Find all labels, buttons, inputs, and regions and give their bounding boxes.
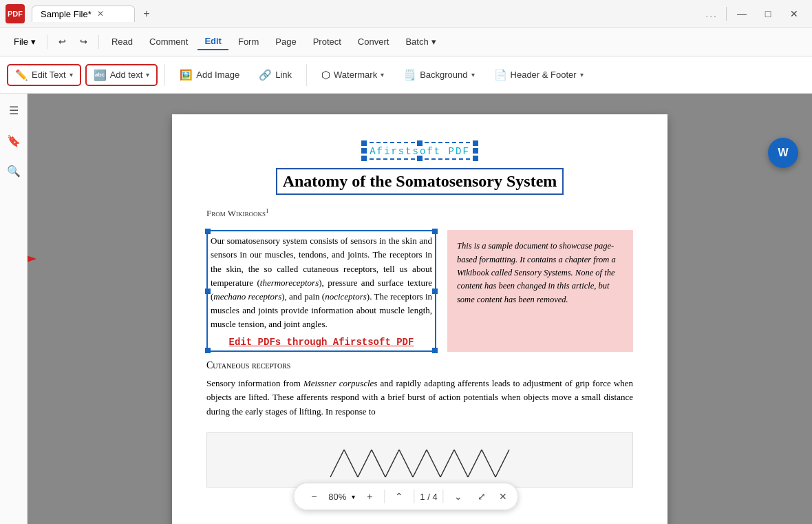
handle-ml[interactable] — [361, 148, 367, 154]
toolbar-sep-2 — [306, 64, 307, 86]
menu-page[interactable]: Page — [268, 34, 303, 50]
svg-line-8 — [413, 450, 427, 477]
handle-br[interactable] — [473, 156, 478, 161]
menu-protect[interactable]: Protect — [306, 34, 348, 50]
bottom-sep-3 — [443, 490, 444, 503]
zoom-in-button[interactable]: + — [361, 488, 378, 505]
watermark-label: Watermark — [334, 70, 377, 80]
para-handle-mr[interactable] — [432, 289, 438, 294]
svg-line-5 — [372, 450, 385, 477]
add-text-icon: 🔤 — [94, 69, 107, 81]
active-tab[interactable]: Sample File* ✕ — [32, 6, 135, 22]
handle-bm[interactable] — [417, 156, 423, 161]
bottom-sep-1 — [384, 490, 385, 503]
menu-bar: File ▾ ↩ ↪ Read Comment Edit Form Page P… — [0, 28, 812, 56]
close-button[interactable]: ✕ — [782, 4, 806, 23]
add-image-button[interactable]: 🖼️ Add Image — [172, 65, 247, 85]
svg-line-4 — [358, 450, 372, 477]
page-down-button[interactable]: ⌄ — [449, 488, 467, 505]
para-handle-ml[interactable] — [205, 289, 211, 294]
menu-batch[interactable]: Batch ▾ — [398, 34, 442, 50]
svg-line-6 — [385, 450, 399, 477]
annotation-arrow — [28, 231, 48, 289]
word-fab-button[interactable]: W — [768, 138, 798, 168]
edit-text-label: Edit Text — [32, 70, 66, 80]
edit-text-icon: ✏️ — [15, 69, 28, 81]
redo-button[interactable]: ↪ — [74, 34, 93, 50]
tab-close-button[interactable]: ✕ — [97, 9, 104, 19]
link-button[interactable]: 🔗 Link — [251, 65, 299, 85]
two-column-section: Our somatosensory system consists of sen… — [206, 230, 633, 352]
file-menu[interactable]: File ▾ — [8, 34, 41, 50]
header-footer-label: Header & Footer — [511, 70, 577, 80]
menu-edit-label: Edit — [204, 36, 222, 46]
menu-read-label: Read — [111, 36, 133, 47]
undo-button[interactable]: ↩ — [53, 34, 72, 50]
menu-comment-label: Comment — [149, 36, 188, 47]
header-footer-button[interactable]: 📄 Header & Footer ▾ — [487, 65, 591, 85]
svg-line-14 — [495, 450, 509, 477]
window-controls: — □ ✕ — [729, 4, 806, 23]
document-area[interactable]: Afirstsoft PDF Anatomy of the Somatosens… — [28, 94, 812, 524]
more-options[interactable]: ... — [705, 8, 718, 19]
menu-read[interactable]: Read — [105, 34, 140, 50]
title-bar: PDF Sample File* ✕ + ... — □ ✕ — [0, 0, 812, 28]
svg-line-2 — [330, 450, 344, 477]
fit-width-button[interactable]: ⤢ — [473, 488, 491, 505]
background-chevron: ▾ — [471, 71, 475, 78]
add-text-label: Add text — [110, 70, 143, 80]
new-tab-button[interactable]: + — [138, 5, 156, 23]
menu-edit[interactable]: Edit — [197, 33, 228, 50]
zoom-chevron[interactable]: ▾ — [352, 493, 355, 501]
handle-tm[interactable] — [417, 140, 423, 146]
app-logo-text: PDF — [8, 10, 23, 18]
add-text-button[interactable]: 🔤 Add text ▾ — [85, 64, 158, 86]
pdf-title[interactable]: Anatomy of the Somatosensory System — [276, 168, 564, 195]
menu-convert[interactable]: Convert — [351, 34, 396, 50]
bottom-bar: − 80% ▾ + ⌃ 1 / 4 ⌄ ⤢ ✕ — [293, 483, 518, 510]
side-note: This is a sample document to showcase pa… — [447, 230, 633, 352]
redo-icon: ↪ — [80, 36, 87, 47]
svg-line-12 — [468, 450, 482, 477]
para-handle-tr[interactable] — [432, 229, 438, 234]
add-image-icon: 🖼️ — [180, 69, 193, 81]
file-label: File — [14, 36, 28, 47]
handle-mr[interactable] — [473, 148, 478, 154]
footnote-1: 1 — [266, 207, 269, 214]
para-handle-tl[interactable] — [205, 229, 211, 234]
watermark-button[interactable]: ⬡ Watermark ▾ — [314, 65, 392, 85]
edit-highlight-text: Edit PDFs through Afirstsoft PDF — [211, 337, 432, 348]
main-content: ☰ 🔖 🔍 — [0, 94, 812, 524]
main-para-text: Our somatosensory system consists of sen… — [211, 235, 432, 329]
main-column: Our somatosensory system consists of sen… — [206, 230, 436, 352]
edit-text-button[interactable]: ✏️ Edit Text ▾ — [7, 64, 81, 86]
zoom-out-button[interactable]: − — [305, 488, 323, 505]
side-note-text: This is a sample document to showcase pa… — [457, 241, 616, 304]
header-selection-box[interactable]: Afirstsoft PDF — [363, 142, 477, 160]
menu-page-label: Page — [275, 36, 296, 47]
background-button[interactable]: 🗒️ Background ▾ — [396, 65, 482, 85]
add-image-label: Add Image — [196, 70, 239, 80]
handle-bl[interactable] — [361, 156, 367, 161]
sidebar-bookmarks-icon[interactable]: 🔖 — [4, 131, 23, 150]
main-para-selection[interactable]: Our somatosensory system consists of sen… — [206, 230, 436, 352]
menu-comment[interactable]: Comment — [142, 34, 195, 50]
sidebar-search-icon[interactable]: 🔍 — [4, 161, 23, 180]
file-chevron: ▾ — [31, 36, 36, 47]
maximize-button[interactable]: □ — [756, 4, 780, 23]
sidebar-pages-icon[interactable]: ☰ — [4, 101, 23, 120]
handle-tr[interactable] — [473, 140, 478, 146]
minimize-button[interactable]: — — [729, 4, 754, 23]
toolbar: ✏️ Edit Text ▾ 🔤 Add text ▾ 🖼️ Add Image… — [0, 56, 812, 94]
menu-form[interactable]: Form — [231, 34, 266, 50]
para-handle-br[interactable] — [432, 348, 438, 353]
page-up-button[interactable]: ⌃ — [390, 488, 408, 505]
para-handle-bl[interactable] — [205, 348, 211, 353]
bottom-bar-close-button[interactable]: ✕ — [499, 491, 507, 502]
menu-batch-label: Batch — [405, 36, 428, 47]
from-text: From Wikibooks — [206, 208, 266, 218]
sketch-svg — [317, 436, 523, 484]
menu-separator-1 — [47, 35, 47, 49]
link-icon: 🔗 — [259, 69, 272, 81]
handle-tl[interactable] — [361, 140, 367, 146]
